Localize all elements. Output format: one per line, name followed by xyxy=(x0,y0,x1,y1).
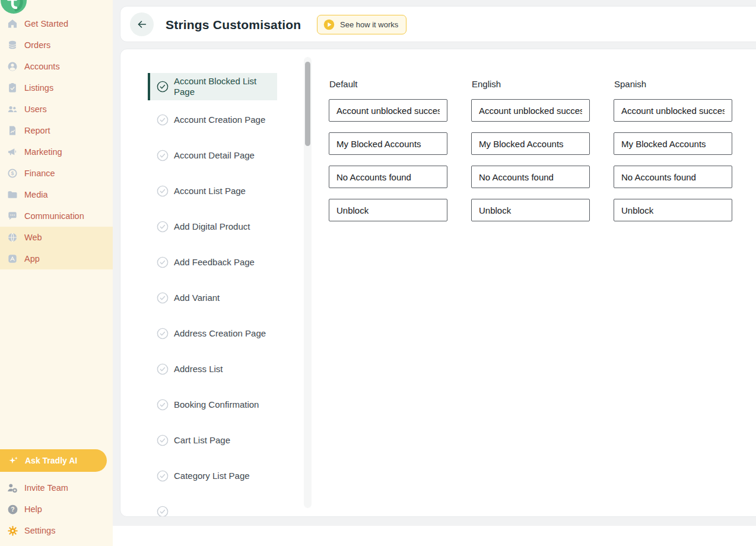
see-how-it-works-button[interactable]: See how it works xyxy=(317,15,406,34)
page-item-label: Booking Confirmation xyxy=(174,399,277,410)
sidebar-item-label: Listings xyxy=(24,83,53,93)
svg-text:?: ? xyxy=(11,506,14,513)
page-item-label: Category List Page xyxy=(174,471,277,481)
sidebar-item-label: Accounts xyxy=(24,62,60,71)
see-how-it-works-label: See how it works xyxy=(340,20,398,29)
check-circle-icon xyxy=(156,434,169,447)
page-item-label: Account Detail Page xyxy=(174,150,277,161)
check-circle-icon xyxy=(156,363,169,376)
page-item-add-digital-product[interactable]: Add Digital Product xyxy=(148,213,277,240)
page-item-address-creation-page[interactable]: Address Creation Page xyxy=(148,320,277,347)
string-input-english-3[interactable] xyxy=(471,199,590,221)
finance-icon: $ xyxy=(6,167,19,180)
page-item-category-list-page[interactable]: Category List Page xyxy=(148,462,277,490)
home-icon xyxy=(6,17,19,30)
sidebar-item-web[interactable]: Web xyxy=(0,227,113,248)
string-input-spanish-1[interactable] xyxy=(614,132,732,155)
string-input-spanish-2[interactable] xyxy=(614,166,732,188)
sidebar-item-marketing[interactable]: Marketing xyxy=(0,141,113,163)
app-icon xyxy=(6,252,19,265)
accounts-icon xyxy=(6,60,19,73)
strings-customisation-card: Account Blocked List PageAccount Creatio… xyxy=(120,49,756,517)
pages-list-scrollbar-thumb[interactable] xyxy=(305,62,310,146)
check-circle-icon xyxy=(156,256,169,269)
page-item-label: Cart List Page xyxy=(174,435,277,446)
page-item-label: Add Digital Product xyxy=(174,221,277,232)
sidebar: Get StartedOrdersAccountsListingsUsersRe… xyxy=(0,0,113,546)
help-icon: ? xyxy=(6,503,19,516)
page-item-label: Address Creation Page xyxy=(174,328,277,339)
sidebar-item-label: Marketing xyxy=(24,147,62,157)
orders-icon xyxy=(6,39,19,52)
back-arrow-icon xyxy=(135,18,148,31)
page-item-account-list-page[interactable]: Account List Page xyxy=(148,177,277,205)
string-input-spanish-3[interactable] xyxy=(614,199,732,221)
sidebar-nav: Get StartedOrdersAccountsListingsUsersRe… xyxy=(0,13,113,269)
check-circle-icon xyxy=(156,113,169,126)
page-item-blank[interactable] xyxy=(148,498,277,517)
string-input-english-0[interactable] xyxy=(471,99,590,122)
string-input-default-1[interactable] xyxy=(329,132,447,155)
ask-tradly-ai-label: Ask Tradly AI xyxy=(25,456,77,465)
sidebar-item-label: Finance xyxy=(24,169,55,178)
sidebar-item-listings[interactable]: Listings xyxy=(0,77,113,99)
sidebar-item-label: Get Started xyxy=(24,19,68,28)
sidebar-item-invite-team[interactable]: Invite Team xyxy=(0,477,113,499)
sidebar-item-get-started[interactable]: Get Started xyxy=(0,13,113,34)
check-circle-icon xyxy=(156,469,169,482)
page-item-add-variant[interactable]: Add Variant xyxy=(148,284,277,312)
ask-tradly-ai-button[interactable]: Ask Tradly AI xyxy=(0,449,107,472)
sidebar-item-label: Media xyxy=(24,190,48,199)
sidebar-item-report[interactable]: Report xyxy=(0,120,113,141)
check-circle-icon xyxy=(156,291,169,304)
page-item-account-creation-page[interactable]: Account Creation Page xyxy=(148,106,277,134)
sidebar-item-accounts[interactable]: Accounts xyxy=(0,56,113,77)
sidebar-item-users[interactable]: Users xyxy=(0,99,113,120)
page-item-booking-confirmation[interactable]: Booking Confirmation xyxy=(148,391,277,418)
svg-text:$: $ xyxy=(11,170,14,176)
sidebar-footer: Invite Team?HelpSettings xyxy=(0,477,113,541)
check-circle-icon xyxy=(156,185,169,198)
check-circle-icon xyxy=(156,398,169,411)
play-icon xyxy=(323,18,335,31)
content-region: Strings Customisation See how it works A… xyxy=(113,0,756,526)
page-item-label: Address List xyxy=(174,364,277,374)
string-input-default-0[interactable] xyxy=(329,99,447,122)
sidebar-item-communication[interactable]: Communication xyxy=(0,205,113,227)
check-circle-icon xyxy=(156,505,169,517)
sidebar-item-label: Orders xyxy=(24,40,50,50)
sidebar-item-label: Communication xyxy=(24,211,84,221)
sidebar-item-help[interactable]: ?Help xyxy=(0,499,113,520)
string-input-default-2[interactable] xyxy=(329,166,447,188)
page-item-address-list[interactable]: Address List xyxy=(148,355,277,383)
chat-icon xyxy=(6,209,19,223)
check-circle-icon xyxy=(156,80,169,93)
language-column-header: Default xyxy=(329,79,358,89)
sidebar-item-label: Report xyxy=(24,126,50,135)
string-input-default-3[interactable] xyxy=(329,199,447,221)
string-input-english-1[interactable] xyxy=(471,132,590,155)
page-title: Strings Customisation xyxy=(166,7,301,43)
users-icon xyxy=(6,103,19,116)
sidebar-item-label: Settings xyxy=(24,526,55,535)
folder-icon xyxy=(6,188,19,201)
sidebar-item-label: Invite Team xyxy=(24,483,68,493)
pages-list-scrollbar-track[interactable] xyxy=(304,57,312,508)
back-button[interactable] xyxy=(130,12,154,36)
globe-icon xyxy=(6,231,19,244)
sidebar-item-settings[interactable]: Settings xyxy=(0,520,113,541)
page-item-label: Account Blocked List Page xyxy=(174,76,277,97)
page-item-account-detail-page[interactable]: Account Detail Page xyxy=(148,142,277,169)
page-item-cart-list-page[interactable]: Cart List Page xyxy=(148,427,277,454)
page-item-account-blocked-list-page[interactable]: Account Blocked List Page xyxy=(148,73,277,100)
page-item-add-feedback-page[interactable]: Add Feedback Page xyxy=(148,249,277,276)
sidebar-item-orders[interactable]: Orders xyxy=(0,34,113,56)
sidebar-item-finance[interactable]: $Finance xyxy=(0,163,113,184)
sidebar-item-app[interactable]: App xyxy=(0,248,113,269)
page-item-label: Add Variant xyxy=(174,293,277,303)
listings-icon xyxy=(6,81,19,94)
sidebar-item-media[interactable]: Media xyxy=(0,184,113,205)
string-input-english-2[interactable] xyxy=(471,166,590,188)
sparkle-icon xyxy=(8,455,19,466)
string-input-spanish-0[interactable] xyxy=(614,99,732,122)
